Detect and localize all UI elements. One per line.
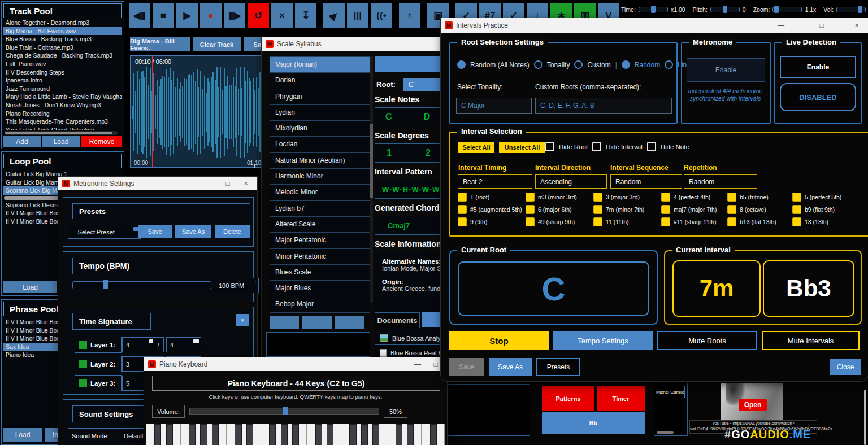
black-key[interactable] [396, 424, 402, 445]
interval-option[interactable]: b5 (tritone) [727, 193, 769, 202]
close-icon[interactable]: × [849, 21, 864, 29]
track-item[interactable]: Your Latest Trick Chord Detection [3, 126, 122, 130]
scale-item[interactable]: Phrygian [270, 89, 370, 105]
scale-item[interactable]: Lydian [270, 105, 370, 121]
download-button[interactable]: ↧ [295, 3, 316, 28]
black-key[interactable] [269, 424, 276, 445]
hide-note-checkbox[interactable] [647, 142, 656, 151]
track-item[interactable]: This Masquerade-The Carpenters.mp3 [3, 117, 122, 126]
scrollbar-thumb[interactable] [370, 124, 373, 198]
load-loop-button[interactable]: Load [3, 281, 57, 293]
documents-button[interactable] [422, 312, 441, 327]
interval-checkbox[interactable] [458, 193, 467, 202]
interval-checkbox[interactable] [458, 205, 467, 214]
preset-delete-button[interactable]: Delete [215, 225, 250, 238]
black-key[interactable] [315, 424, 322, 445]
track-item[interactable]: Mary Had a Little Lamb - Stevie Ray Vaug… [3, 93, 122, 101]
interval-checkbox[interactable] [593, 205, 602, 214]
interval-checkbox[interactable] [458, 217, 467, 226]
layer1-numerator[interactable]: 4 [122, 337, 157, 352]
interval-sequence-select[interactable]: Random [610, 174, 682, 189]
interval-option[interactable]: 11 (11th) [593, 217, 628, 226]
tempo-settings-button[interactable]: Tempo Settings [553, 331, 653, 350]
interval-option[interactable]: m3 (minor 3rd) [526, 193, 577, 202]
repetition-select[interactable]: Random [684, 174, 757, 189]
load-track-button[interactable]: Load [42, 136, 80, 147]
maximize-icon[interactable]: □ [814, 21, 829, 29]
black-key[interactable] [212, 424, 219, 445]
select-all-button[interactable]: Select All [458, 142, 494, 153]
save-button[interactable]: Save [449, 358, 484, 376]
tempo-slider[interactable] [72, 281, 211, 289]
media-scrollbar[interactable] [864, 390, 866, 445]
radio-linear[interactable] [665, 60, 673, 69]
intervals-titlebar[interactable]: M Intervals Practice — □ × [441, 18, 868, 33]
playhead[interactable] [152, 56, 153, 167]
interval-option[interactable]: b9 (flat 9th) [792, 205, 835, 214]
patterns-button[interactable]: Patterns [542, 386, 594, 411]
clear-button[interactable]: × [271, 3, 293, 28]
scale-list-scrollbar[interactable] [370, 56, 373, 303]
stop-button[interactable]: Stop [449, 331, 549, 350]
black-key[interactable] [430, 424, 437, 445]
minimize-icon[interactable]: — [202, 180, 217, 187]
black-key[interactable] [154, 424, 161, 445]
mute-roots-button[interactable]: Mute Roots [657, 331, 757, 350]
video-thumbnail[interactable]: Open [721, 383, 783, 420]
load-phrase-button[interactable]: Load [3, 428, 42, 442]
custom-roots-input[interactable]: C, D, E, F, G, A, B [535, 98, 672, 114]
track-item[interactable]: II V Descending Steps [3, 68, 122, 77]
interval-checkbox[interactable] [792, 205, 801, 214]
interval-direction-select[interactable]: Ascending [535, 174, 607, 189]
live-detection-enable-button[interactable]: Enable [780, 56, 856, 78]
track-list-scrollbar[interactable] [5, 131, 118, 135]
expand-button[interactable]: ▾ [236, 314, 249, 326]
interval-option[interactable]: #5 (augmented 5th) [458, 205, 522, 214]
piano-volume-slider[interactable] [189, 408, 379, 415]
timer-button[interactable]: Timer [597, 386, 645, 411]
close-button[interactable]: Close [830, 359, 861, 375]
track-item[interactable]: Blue Train - Coltrane.mp3 [3, 43, 122, 52]
interval-checkbox[interactable] [661, 217, 670, 226]
track-item[interactable]: Piano Recording [3, 110, 122, 118]
scale-action-button[interactable] [302, 316, 332, 329]
zoom-slider[interactable] [772, 7, 802, 12]
layer-enabled-indicator[interactable] [79, 341, 87, 349]
interval-option[interactable]: 6 (major 6th) [526, 205, 572, 214]
scale-item[interactable]: Mixolydian [270, 121, 370, 137]
scale-item[interactable]: Major (Ionian) [270, 57, 370, 73]
interval-checkbox[interactable] [526, 217, 535, 226]
radio-custom[interactable] [574, 60, 583, 69]
radio-random[interactable] [622, 60, 630, 69]
minimize-icon[interactable]: — [774, 21, 788, 29]
scrollbar-thumb[interactable] [5, 132, 112, 134]
scale-item[interactable]: Major Blues [270, 281, 370, 296]
black-key[interactable] [166, 424, 173, 445]
interval-checkbox[interactable] [661, 205, 670, 214]
interval-checkbox[interactable] [727, 193, 736, 202]
slider-thumb[interactable] [283, 407, 288, 415]
artist-label[interactable]: Michel Camilo [656, 386, 685, 398]
preset-select[interactable]: -- Select Preset -- [68, 225, 141, 239]
interval-option[interactable]: 4 (perfect 4th) [661, 193, 710, 202]
track-item[interactable]: Chega de Saudade - Backing Track.mp3 [3, 51, 122, 60]
hide-interval-checkbox[interactable] [592, 142, 601, 151]
maximize-icon[interactable]: □ [220, 180, 235, 187]
black-key[interactable] [349, 424, 356, 445]
track-item[interactable]: Blue Bossa - Backing Track.mp3 [3, 35, 122, 43]
radio-random-all-notes-[interactable] [457, 60, 466, 69]
slider-thumb[interactable] [723, 6, 727, 13]
black-key[interactable] [200, 424, 207, 445]
interval-option[interactable]: 13 (13th) [792, 217, 828, 226]
piano-titlebar[interactable]: M Piano Keyboard — □ [144, 357, 447, 371]
scale-item[interactable]: Blues Scale [270, 265, 370, 281]
interval-option[interactable]: 5 (perfect 5th) [792, 193, 841, 202]
interval-option[interactable]: #11 (sharp 11th) [661, 217, 717, 226]
black-key[interactable] [281, 424, 288, 445]
loop-button[interactable]: ↺ [248, 3, 269, 28]
save-as-button[interactable]: Save As [489, 358, 532, 376]
black-key[interactable] [372, 424, 379, 445]
scrub-button[interactable]: ||| [347, 3, 368, 28]
slider-thumb[interactable] [651, 6, 656, 13]
interval-checkbox[interactable] [526, 205, 535, 214]
